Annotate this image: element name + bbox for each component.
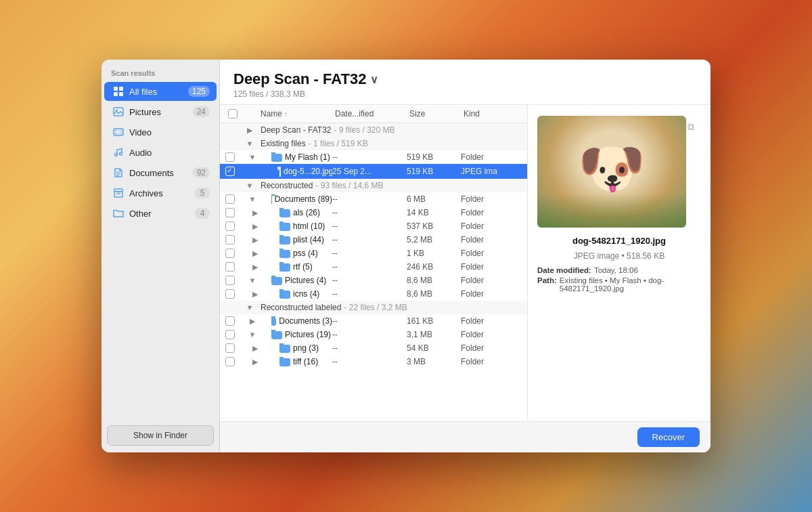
row-name: Reconstructed - 93 files / 14,6 MB (258, 181, 522, 190)
expand-icon[interactable]: ▶ (242, 209, 258, 217)
table-row[interactable]: ▼ Existing files - 1 files / 519 KB (220, 137, 527, 150)
expand-icon[interactable]: ▶ (242, 126, 258, 135)
svg-point-11 (115, 154, 118, 156)
preview-details: Date modified: Today, 18:06 Path: Existi… (537, 266, 701, 295)
expand-icon[interactable]: ▼ (242, 140, 258, 148)
row-name: rtf (5) (258, 262, 332, 272)
table-row[interactable]: ▶ png (3) -- 54 KB Folder (220, 341, 527, 355)
header-size-col: Size (407, 108, 461, 120)
table-row[interactable]: ▶ html (10) -- 537 KB Folder (220, 219, 527, 233)
row-checkbox[interactable] (225, 235, 242, 244)
folder-icon (271, 331, 282, 339)
svg-point-12 (120, 152, 122, 155)
row-checkbox[interactable] (225, 316, 242, 326)
sidebar-item-other[interactable]: Other 4 (104, 204, 217, 223)
expand-icon[interactable]: ▶ (242, 358, 258, 366)
sidebar-item-label: Documents (129, 168, 188, 178)
expand-icon[interactable]: ▶ (242, 290, 258, 299)
expand-icon[interactable]: ▶ (242, 222, 258, 231)
row-name: tiff (16) (258, 357, 332, 366)
expand-icon[interactable]: ▼ (242, 182, 258, 190)
dog-thumbnail (537, 116, 686, 228)
table-row[interactable]: ▶ als (26) -- 14 KB Folder (220, 206, 527, 219)
row-checkbox[interactable] (225, 194, 242, 204)
table-row[interactable]: ▼ My Flash (1) -- 519 KB Folder (220, 150, 527, 164)
sidebar-item-pictures[interactable]: Pictures 24 (104, 102, 217, 121)
table-row[interactable]: ▶ icns (4) -- 8,6 MB Folder (220, 287, 527, 301)
film-icon (112, 126, 125, 138)
row-kind: Folder (461, 152, 522, 162)
row-size: 8,6 MB (407, 289, 461, 299)
expand-icon[interactable]: ▶ (242, 236, 258, 244)
sidebar-item-label: Archives (129, 188, 190, 198)
expand-icon[interactable]: ▶ (242, 249, 258, 258)
row-checkbox[interactable]: ✓ (225, 167, 242, 176)
row-checkbox[interactable] (225, 343, 242, 353)
footer: Recover (220, 421, 710, 452)
row-name: pss (4) (258, 249, 332, 258)
sidebar-item-all-files[interactable]: All files 125 (104, 82, 217, 101)
row-checkbox[interactable] (225, 221, 242, 231)
table-row[interactable]: ▶ Documents (3) -- 161 KB Folder (220, 314, 527, 328)
music-icon (112, 146, 125, 158)
table-row[interactable]: ▶ rtf (5) -- 246 KB Folder (220, 260, 527, 274)
header-checkbox[interactable] (228, 109, 238, 119)
expand-icon[interactable]: ▶ (242, 263, 258, 272)
sidebar-item-audio[interactable]: Audio (104, 143, 217, 162)
row-checkbox[interactable] (225, 289, 242, 299)
path-value: Existing files • My Flash • dog-5482171_… (560, 276, 701, 293)
table-row[interactable]: ▶ plist (44) -- 5,2 MB Folder (220, 233, 527, 247)
row-checkbox[interactable] (225, 330, 242, 339)
sidebar-item-video[interactable]: Video (104, 123, 217, 142)
table-row[interactable]: ▼ Reconstructed labeled - 22 files / 3,2… (220, 301, 527, 314)
row-checkbox[interactable] (225, 152, 242, 162)
row-checkbox[interactable] (225, 276, 242, 285)
expand-icon[interactable]: ▶ (242, 317, 258, 326)
row-size: 537 KB (407, 221, 461, 231)
expand-icon[interactable]: ▼ (242, 330, 258, 339)
sidebar-item-label: Video (129, 127, 210, 137)
row-date: -- (332, 330, 407, 339)
expand-icon[interactable]: ▼ (242, 276, 258, 284)
expand-icon[interactable]: ▼ (242, 303, 258, 312)
table-row[interactable]: ▶ pss (4) -- 1 KB Folder (220, 247, 527, 260)
expand-icon[interactable]: ▼ (242, 195, 258, 203)
table-row[interactable]: ▼ Pictures (4) -- 8,6 MB Folder (220, 274, 527, 287)
row-checkbox[interactable] (225, 357, 242, 366)
preview-panel: ⧉ dog-5482171_1920.jpg JPEG image • 518.… (528, 105, 710, 421)
show-in-finder-button[interactable]: Show in Finder (107, 425, 214, 446)
row-kind: Folder (461, 276, 522, 285)
sidebar-item-documents[interactable]: Documents 92 (104, 163, 217, 182)
row-size: 3,1 MB (407, 330, 461, 339)
table-row[interactable]: ▼ Pictures (19) -- 3,1 MB Folder (220, 328, 527, 341)
recover-button[interactable]: Recover (637, 427, 700, 447)
row-name: Reconstructed labeled - 22 files / 3,2 M… (258, 303, 522, 312)
table-row[interactable]: ▼ Documents (89) -- 6 MB Folder (220, 192, 527, 206)
row-date: -- (332, 316, 407, 326)
sidebar-item-archives[interactable]: Archives 5 (104, 184, 217, 202)
row-checkbox[interactable] (225, 249, 242, 258)
table-header: Name ↑ Date...ified Size Kind (220, 105, 527, 123)
folder-icon (279, 236, 290, 244)
expand-icon[interactable]: ▶ (242, 344, 258, 353)
table-row[interactable]: ✓ dog-5...20.jpg 25 Sep 2... 519 KB JPEG… (220, 164, 527, 179)
row-checkbox[interactable] (225, 208, 242, 217)
table-row[interactable]: ▶ Deep Scan - FAT32 - 9 files / 320 MB (220, 123, 527, 137)
table-row[interactable]: ▶ tiff (16) -- 3 MB Folder (220, 355, 527, 368)
row-name: png (3) (258, 343, 332, 353)
row-kind: Folder (461, 289, 522, 299)
row-size: 14 KB (407, 208, 461, 217)
title-chevron[interactable]: ∨ (370, 73, 378, 86)
expand-icon[interactable]: ▼ (242, 153, 258, 161)
table-row[interactable]: ▼ Reconstructed - 93 files / 14,6 MB (220, 179, 527, 192)
file-list[interactable]: Name ↑ Date...ified Size Kind ▶ Deep Sca… (220, 105, 528, 421)
row-checkbox[interactable] (225, 262, 242, 272)
sidebar-item-label: Other (129, 209, 190, 219)
copy-icon[interactable]: ⧉ (687, 121, 694, 133)
header-name-col: Name ↑ (258, 108, 332, 120)
header-date-col: Date...ified (332, 108, 407, 120)
row-date: -- (332, 276, 407, 285)
row-date: -- (332, 262, 407, 272)
row-kind: Folder (461, 343, 522, 353)
folder-icon (279, 358, 290, 366)
